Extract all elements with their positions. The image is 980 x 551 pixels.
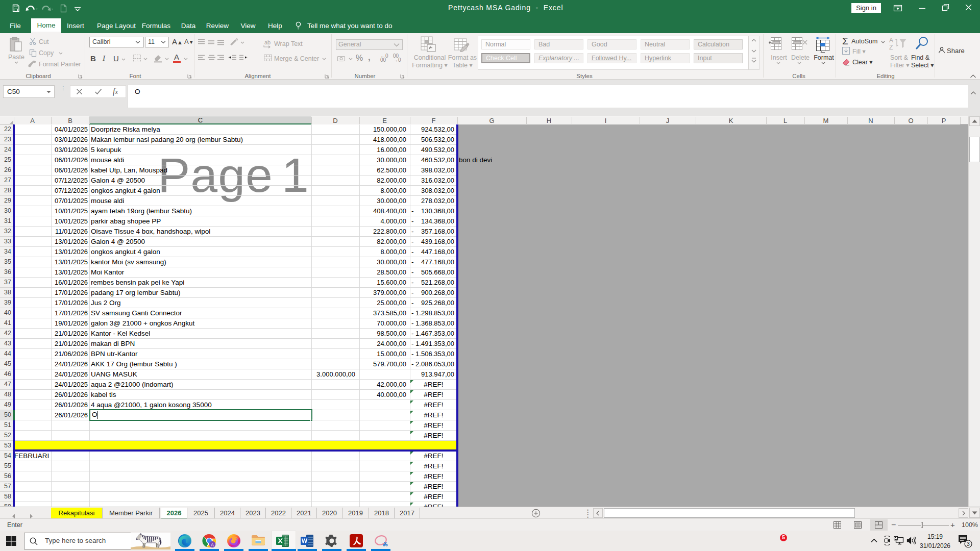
svg-text:A: A	[211, 542, 214, 547]
svg-text:Z: Z	[889, 44, 893, 51]
svg-text:3: 3	[967, 541, 970, 547]
svg-text:A: A	[889, 37, 893, 44]
